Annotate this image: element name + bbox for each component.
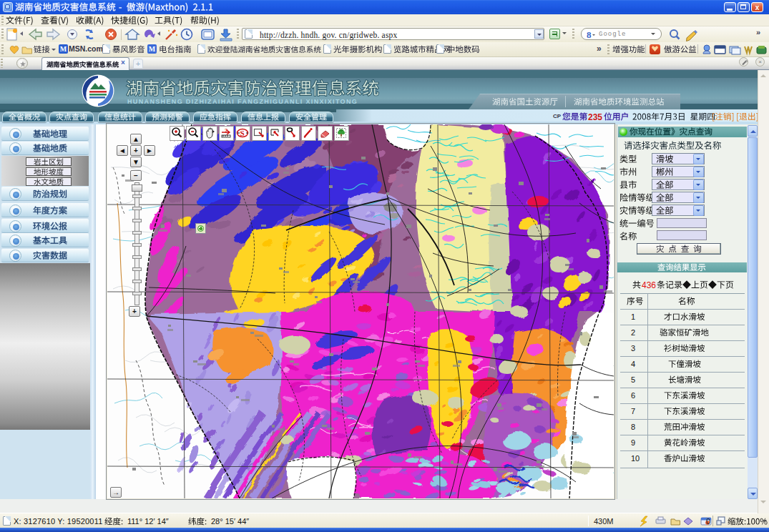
svg-text:?: ? [225,127,228,134]
svg-text:S: S [240,129,245,137]
